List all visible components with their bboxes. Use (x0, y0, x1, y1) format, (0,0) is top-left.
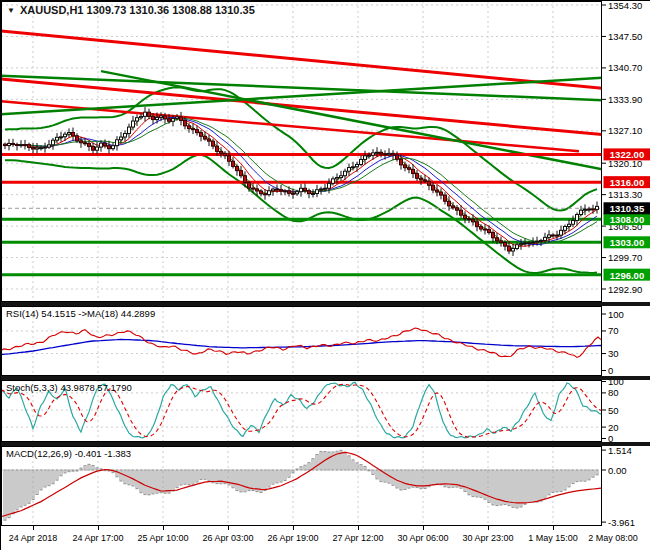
price-axis-label: 1347.50 (608, 31, 642, 42)
time-axis-label: 27 Apr 12:00 (332, 533, 383, 543)
time-axis-label: 30 Apr 23:00 (462, 533, 513, 543)
indicator-axis-label: 100 (608, 309, 624, 320)
indicator-axis-label: 0 (608, 433, 613, 442)
time-axis-tick (358, 526, 359, 530)
price-axis-label: 1299.70 (608, 252, 642, 263)
time-axis-tick (228, 526, 229, 530)
main-chart-canvas: 1354.301347.501340.701333.901327.101320.… (1, 1, 650, 302)
time-axis-label: 26 Apr 03:00 (202, 533, 253, 543)
price-axis-label: 1354.30 (608, 1, 642, 11)
indicator-axis-label: 20 (608, 422, 619, 433)
indicator-axis-label: 70 (608, 325, 619, 336)
price-axis-label: 1292.90 (608, 284, 642, 295)
time-axis-tick (33, 526, 34, 530)
price-axis-label: 1333.90 (608, 94, 642, 105)
macd-panel[interactable]: MACD(12,26,9) -0.401 -1.383 1.5140.00-3.… (1, 446, 650, 526)
chart-title-text: XAUUSD,H1 1309.73 1310.36 1308.88 1310.3… (20, 4, 255, 16)
macd-indicator-label: MACD(12,26,9) -0.401 -1.383 (6, 448, 131, 459)
indicator-axis-label: 0 (608, 365, 613, 376)
indicator-axis-label: 100 (608, 380, 624, 387)
time-axis-label: 24 Apr 17:00 (72, 533, 123, 543)
rsi-panel[interactable]: RSI(14) 54.1515 ->MA(18) 44.2899 1007030… (1, 306, 650, 376)
trading-chart-window: ▼XAUUSD,H1 1309.73 1310.36 1308.88 1310.… (0, 0, 650, 550)
time-axis-tick (488, 526, 489, 530)
rsi-indicator-label: RSI(14) 54.1515 ->MA(18) 44.2899 (6, 308, 155, 319)
indicator-axis-label: 0.00 (608, 465, 627, 476)
price-axis-label: 1327.10 (608, 125, 642, 136)
time-axis-tick (423, 526, 424, 530)
main-chart-panel[interactable]: ▼XAUUSD,H1 1309.73 1310.36 1308.88 1310.… (1, 1, 650, 302)
time-axis-label: 24 Apr 2018 (9, 533, 58, 543)
time-axis-tick (553, 526, 554, 530)
indicator-axis-label: -3.961 (608, 517, 635, 526)
price-level-badge-text: 1308.00 (610, 214, 644, 225)
time-axis-tick (163, 526, 164, 530)
time-axis-label: 2 May 08:00 (588, 533, 638, 543)
time-axis-label: 26 Apr 19:00 (267, 533, 318, 543)
time-axis-tick (98, 526, 99, 530)
time-axis-tick (293, 526, 294, 530)
indicator-axis-label: 50 (608, 405, 619, 416)
time-axis-label: 1 May 15:00 (528, 533, 578, 543)
price-axis-label: 1340.70 (608, 62, 642, 73)
stoch-indicator-label: Stoch(5,3,3) 43.9878 57.1790 (6, 382, 132, 393)
time-axis-label: 25 Apr 10:00 (137, 533, 188, 543)
price-axis-label: 1313.30 (608, 189, 642, 200)
indicator-axis-label: 1.514 (608, 446, 632, 456)
indicator-axis-label: 80 (608, 387, 619, 398)
indicator-axis-label: 30 (608, 348, 619, 359)
time-axis[interactable]: 24 Apr 201824 Apr 17:0025 Apr 10:0026 Ap… (1, 526, 650, 550)
symbol-dropdown-icon[interactable]: ▼ (7, 6, 15, 15)
price-level-badge-text: 1322.00 (610, 149, 644, 160)
time-axis-label: 30 Apr 06:00 (397, 533, 448, 543)
price-level-badge-text: 1316.00 (610, 177, 644, 188)
stochastic-panel[interactable]: Stoch(5,3,3) 43.9878 57.1790 1008050200 (1, 380, 650, 442)
price-level-badge-text: 1296.00 (610, 270, 644, 281)
price-level-badge-text: 1303.00 (610, 237, 644, 248)
price-level-badge-text: 1310.35 (610, 203, 645, 214)
chart-title: ▼XAUUSD,H1 1309.73 1310.36 1308.88 1310.… (7, 4, 255, 16)
